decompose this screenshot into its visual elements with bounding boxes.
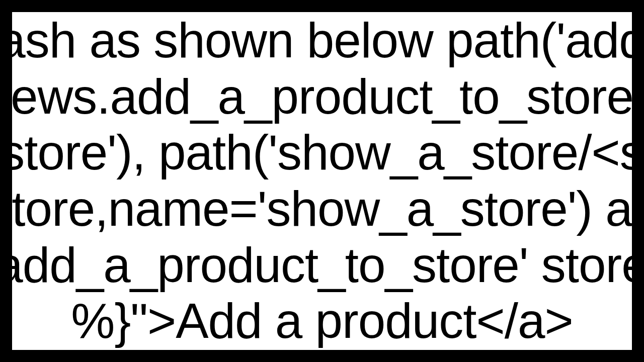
code-line-3: store'), path('show_a_store/<s — [0, 125, 643, 181]
code-line-1: ash as shown below path('add — [0, 13, 644, 69]
code-line-5: add_a_product_to_store' store — [0, 237, 644, 294]
code-line-6: %}">Add a product</a> — [71, 293, 573, 349]
code-line-2: ews.add_a_product_to_store — [11, 69, 633, 125]
text-frame: ash as shown below path('add ews.add_a_p… — [0, 0, 644, 362]
code-line-4: tore,name='show_a_store') a — [12, 181, 632, 237]
